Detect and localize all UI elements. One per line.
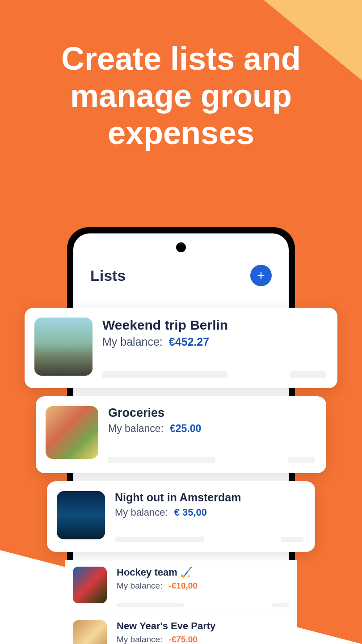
- balance-label: My balance:: [117, 635, 162, 644]
- balance-label: My balance:: [115, 507, 168, 518]
- list-card[interactable]: Weekend trip Berlin My balance: €452.27: [25, 308, 337, 388]
- balance-amount: -€10,00: [168, 581, 197, 591]
- list-thumbnail: [46, 406, 98, 459]
- list-title: Weekend trip Berlin: [102, 318, 326, 333]
- balance-amount: € 35,00: [174, 507, 207, 518]
- balance-label: My balance:: [102, 335, 163, 348]
- balance-label: My balance:: [117, 581, 162, 591]
- list-card[interactable]: Groceries My balance: €25.00: [36, 396, 326, 473]
- list-card[interactable]: New Year's Eve Party My balance: -€75.00: [65, 614, 297, 644]
- screen-header: Lists +: [73, 265, 289, 286]
- lists-overlay: Weekend trip Berlin My balance: €452.27 …: [20, 308, 342, 644]
- balance-amount: -€75.00: [168, 635, 197, 644]
- page-title: Lists: [90, 267, 126, 284]
- list-thumbnail: [57, 491, 105, 539]
- skeleton-row: [102, 371, 326, 378]
- balance-amount: €452.27: [169, 335, 209, 348]
- list-thumbnail: [73, 620, 107, 644]
- list-card[interactable]: Night out in Amsterdam My balance: € 35,…: [47, 481, 315, 552]
- phone-camera-notch: [176, 242, 186, 252]
- add-list-button[interactable]: +: [250, 265, 272, 286]
- plus-icon: +: [257, 269, 265, 282]
- skeleton-row: [117, 603, 289, 607]
- skeleton-row: [115, 537, 303, 542]
- balance-amount: €25.00: [170, 423, 201, 435]
- list-title: Hockey team 🏑: [117, 567, 289, 578]
- balance-label: My balance:: [108, 423, 164, 435]
- list-title: Groceries: [108, 406, 315, 420]
- list-title: New Year's Eve Party: [117, 620, 289, 632]
- list-thumbnail: [34, 318, 93, 376]
- skeleton-row: [108, 457, 315, 463]
- marketing-headline: Create lists and manage group expenses: [0, 40, 362, 151]
- list-card[interactable]: Hockey team 🏑 My balance: -€10,00: [65, 560, 297, 614]
- list-thumbnail: [73, 567, 107, 603]
- list-title: Night out in Amsterdam: [115, 491, 303, 504]
